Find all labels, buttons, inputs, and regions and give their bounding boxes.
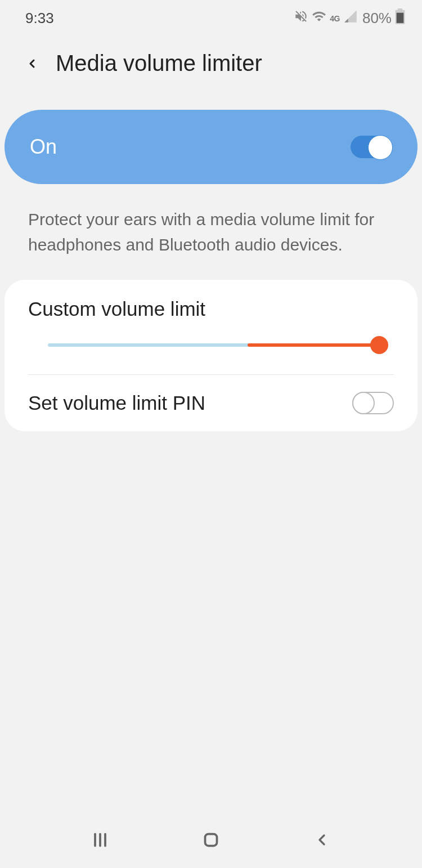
master-toggle-row[interactable]: On bbox=[5, 110, 417, 184]
network-type-icon: 4G bbox=[330, 14, 340, 23]
svg-rect-1 bbox=[398, 8, 402, 11]
mute-icon bbox=[294, 9, 308, 28]
navigation-bar bbox=[0, 817, 422, 868]
pin-toggle-switch[interactable] bbox=[352, 392, 394, 414]
header: Media volume limiter bbox=[0, 34, 422, 93]
battery-percent: 80% bbox=[362, 10, 392, 27]
slider-thumb[interactable] bbox=[370, 336, 388, 354]
settings-card: Custom volume limit Set volume limit PIN bbox=[5, 280, 417, 431]
slider-fill bbox=[248, 343, 384, 347]
status-bar: 9:33 4G 80% bbox=[0, 0, 422, 34]
description-text: Protect your ears with a media volume li… bbox=[0, 184, 422, 274]
master-toggle-label: On bbox=[30, 135, 57, 159]
pin-row[interactable]: Set volume limit PIN bbox=[5, 375, 417, 431]
signal-icon bbox=[343, 9, 358, 28]
page-title: Media volume limiter bbox=[56, 51, 262, 76]
status-icons: 4G 80% bbox=[294, 8, 405, 28]
volume-slider[interactable] bbox=[28, 334, 394, 356]
battery-icon bbox=[395, 8, 405, 28]
wifi-icon bbox=[312, 9, 326, 28]
volume-limit-section: Custom volume limit bbox=[5, 280, 417, 374]
back-nav-button[interactable] bbox=[308, 826, 336, 854]
master-toggle-switch[interactable] bbox=[351, 136, 392, 158]
status-time: 9:33 bbox=[25, 10, 54, 27]
back-button[interactable] bbox=[25, 57, 39, 70]
pin-label: Set volume limit PIN bbox=[28, 392, 205, 414]
home-button[interactable] bbox=[197, 826, 225, 854]
volume-limit-title: Custom volume limit bbox=[28, 298, 394, 320]
recents-button[interactable] bbox=[86, 826, 114, 854]
svg-rect-2 bbox=[397, 13, 404, 23]
svg-rect-6 bbox=[205, 834, 217, 846]
